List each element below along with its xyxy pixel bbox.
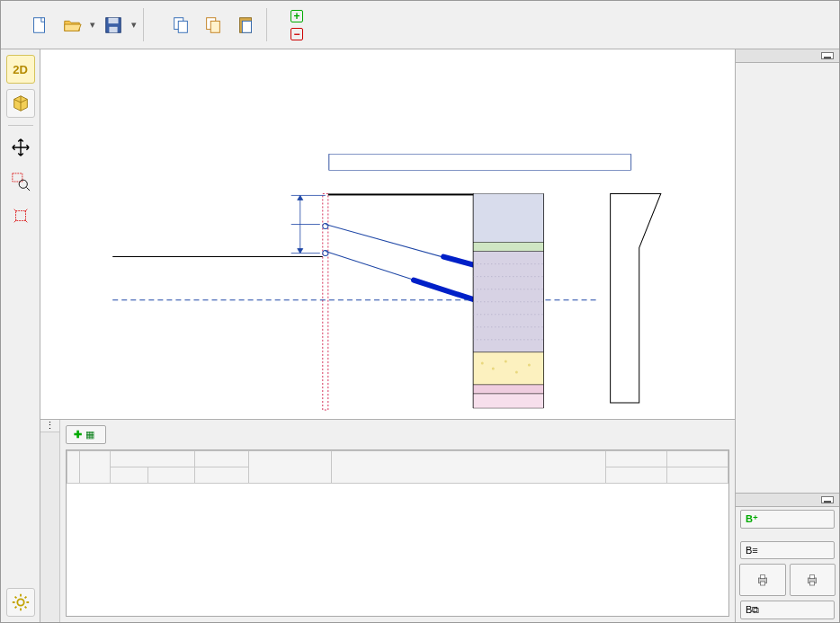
svg-rect-46 <box>473 385 543 394</box>
bottom-pane: ⋮ ✚ ▦ <box>40 420 735 622</box>
modes-list <box>736 63 839 493</box>
svg-point-18 <box>323 251 328 256</box>
top-toolbar: ▾ ▾ + − <box>1 1 839 49</box>
copy-icon: B⧉ <box>746 604 759 616</box>
svg-rect-31 <box>473 243 543 252</box>
save-floppy-icon <box>103 15 123 35</box>
bottom-toolbar: ✚ ▦ <box>66 425 729 444</box>
extents-icon <box>11 206 31 226</box>
add-image-button[interactable]: B⁺ <box>740 510 835 529</box>
svg-point-45 <box>528 363 531 366</box>
open-dropdown[interactable]: ▾ <box>89 4 96 45</box>
right-panel: B⁺ B≡ B⧉ <box>735 49 839 622</box>
copy-doc-icon <box>203 15 223 35</box>
pan-button[interactable] <box>6 133 35 162</box>
paste-button[interactable] <box>230 4 261 45</box>
bottom-main: ✚ ▦ <box>60 420 735 622</box>
move-arrows-icon <box>11 138 31 157</box>
plus-icon: B⁺ <box>746 513 758 525</box>
add-anchor-button[interactable]: ✚ ▦ <box>66 425 106 444</box>
svg-rect-32 <box>473 252 543 352</box>
svg-point-13 <box>17 599 23 605</box>
svg-rect-40 <box>473 352 543 385</box>
copy-icon <box>171 15 191 35</box>
bottom-tab-kotvy[interactable] <box>40 432 59 622</box>
phase-addremove: + − <box>289 4 305 45</box>
open-button[interactable] <box>57 4 87 45</box>
outputs-section: B⁺ B≡ B⧉ <box>736 493 839 622</box>
svg-rect-2 <box>109 17 119 22</box>
svg-rect-30 <box>473 193 543 242</box>
svg-point-43 <box>505 360 507 362</box>
phase-add-button[interactable]: + <box>290 10 303 22</box>
group-label-edit <box>149 4 162 45</box>
svg-rect-54 <box>810 582 815 585</box>
svg-point-44 <box>515 370 518 373</box>
view-2d-button[interactable]: 2D <box>6 55 35 84</box>
svg-rect-14 <box>329 154 631 170</box>
printer-icon <box>755 573 770 587</box>
svg-point-42 <box>492 367 495 369</box>
copy-view-button[interactable]: B⧉ <box>740 601 835 619</box>
zoom-extents-button[interactable] <box>6 201 35 230</box>
svg-rect-12 <box>15 211 25 221</box>
modes-header <box>736 49 839 63</box>
paste-icon <box>236 15 255 35</box>
zoom-rect-icon <box>11 172 31 191</box>
cube-3d-icon <box>11 93 31 113</box>
group-label-file <box>8 4 21 45</box>
output-count-row <box>736 535 839 538</box>
minimize-icon[interactable] <box>821 52 834 59</box>
svg-rect-50 <box>760 575 764 579</box>
list-icon: B≡ <box>746 545 758 556</box>
group-file: ▾ ▾ <box>24 4 138 45</box>
copy-button[interactable] <box>165 4 196 45</box>
app-window: ▾ ▾ + − 2D <box>0 0 840 623</box>
open-folder-icon <box>62 15 82 35</box>
print-button-2[interactable] <box>790 564 836 596</box>
svg-point-11 <box>19 180 27 188</box>
main-area: 2D <box>1 49 839 622</box>
printer-icon <box>805 573 819 587</box>
print-button-1[interactable] <box>739 564 786 596</box>
group-label-phase <box>273 4 285 45</box>
svg-rect-48 <box>328 193 473 195</box>
phase-remove-button[interactable]: − <box>290 28 303 40</box>
copy-doc-button[interactable] <box>198 4 228 45</box>
svg-point-41 <box>481 361 484 364</box>
svg-rect-53 <box>810 575 815 579</box>
grid-icon: ▦ <box>85 429 94 441</box>
gear-icon <box>11 592 31 612</box>
svg-rect-47 <box>473 394 543 408</box>
group-edit <box>165 4 261 45</box>
drawing-svg <box>40 49 735 419</box>
outputs-header <box>736 494 839 507</box>
svg-rect-7 <box>210 21 219 32</box>
svg-rect-0 <box>34 17 45 32</box>
image-list-button[interactable]: B≡ <box>740 541 835 559</box>
minimize-icon[interactable] <box>821 496 834 503</box>
plus-icon: ✚ <box>74 429 82 441</box>
zoom-box-button[interactable] <box>6 167 35 196</box>
svg-rect-3 <box>109 26 117 31</box>
svg-rect-51 <box>760 582 764 585</box>
drawing-canvas[interactable] <box>40 49 735 420</box>
svg-point-17 <box>323 224 328 229</box>
save-dropdown[interactable]: ▾ <box>130 4 138 45</box>
svg-rect-9 <box>242 21 251 32</box>
new-button[interactable] <box>24 4 55 45</box>
left-toolbar: 2D <box>1 49 40 622</box>
svg-rect-5 <box>178 21 187 32</box>
view-3d-button[interactable] <box>6 89 35 118</box>
bottom-tabstrip: ⋮ <box>40 420 60 622</box>
save-button[interactable] <box>98 4 129 45</box>
anchors-grid[interactable] <box>66 449 729 617</box>
center-column: ⋮ ✚ ▦ <box>40 49 735 622</box>
new-file-icon <box>30 15 49 35</box>
settings-button[interactable] <box>6 588 35 617</box>
svg-line-22 <box>414 280 475 300</box>
anchors-table <box>67 450 728 484</box>
